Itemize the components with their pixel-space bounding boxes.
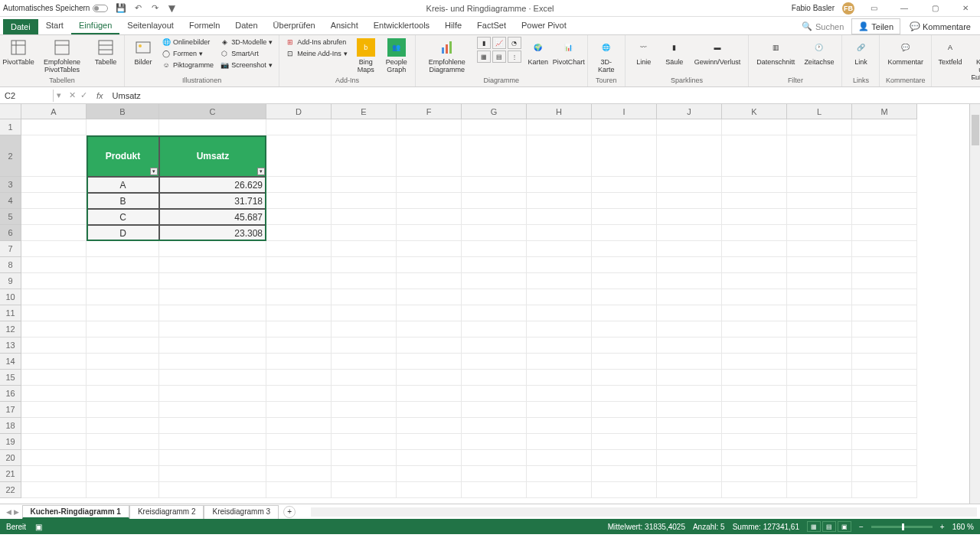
row-header-8[interactable]: 8 — [0, 257, 21, 273]
cell[interactable] — [852, 209, 917, 225]
tab-factset[interactable]: FactSet — [469, 18, 514, 34]
cell[interactable] — [852, 370, 917, 386]
recommended-pivot-button[interactable]: Empfohlene PivotTables — [35, 37, 89, 75]
row-header-21[interactable]: 21 — [0, 466, 21, 482]
cell[interactable] — [787, 386, 852, 402]
user-avatar[interactable]: FB — [842, 2, 854, 15]
cell[interactable] — [657, 482, 722, 498]
cell[interactable] — [266, 225, 332, 241]
cell[interactable] — [332, 466, 397, 482]
cell[interactable] — [266, 241, 332, 257]
cell[interactable] — [462, 225, 527, 241]
cell[interactable] — [787, 177, 852, 193]
cell[interactable] — [657, 370, 722, 386]
cell[interactable] — [159, 354, 266, 370]
cell[interactable] — [332, 418, 397, 434]
cell[interactable] — [787, 193, 852, 209]
cell[interactable] — [21, 434, 87, 450]
cell[interactable] — [527, 273, 592, 289]
cell[interactable] — [462, 337, 527, 354]
pictures-button[interactable]: Bilder — [129, 37, 157, 67]
cell[interactable] — [657, 354, 722, 370]
cell[interactable] — [722, 402, 787, 418]
shapes-button[interactable]: ◯Formen ▾ — [160, 48, 215, 59]
cell[interactable] — [21, 193, 87, 209]
cell[interactable] — [21, 402, 87, 418]
cell[interactable] — [852, 135, 917, 177]
cell[interactable] — [462, 119, 527, 135]
cell[interactable] — [592, 434, 657, 450]
cell[interactable] — [159, 273, 266, 289]
cell[interactable] — [21, 135, 87, 177]
cell[interactable] — [159, 289, 266, 305]
minimize-icon[interactable]: — — [893, 1, 916, 16]
cell[interactable] — [266, 177, 332, 193]
cell[interactable] — [852, 273, 917, 289]
cell[interactable] — [159, 402, 266, 418]
column-header-L[interactable]: L — [787, 104, 852, 119]
cell[interactable] — [332, 321, 397, 337]
cell[interactable] — [722, 257, 787, 273]
pivottable-button[interactable]: PivotTable — [5, 37, 32, 67]
table-header-product[interactable]: Produkt — [87, 135, 159, 177]
cell[interactable] — [266, 257, 332, 273]
table-cell-umsatz[interactable]: 31.718 — [159, 193, 266, 209]
cell[interactable] — [332, 241, 397, 257]
cell[interactable] — [852, 241, 917, 257]
recommended-charts-button[interactable]: Empfohlene Diagramme — [420, 37, 474, 75]
cell[interactable] — [787, 450, 852, 466]
cell[interactable] — [332, 209, 397, 225]
cell[interactable] — [787, 305, 852, 321]
cell[interactable] — [462, 450, 527, 466]
row-header-10[interactable]: 10 — [0, 289, 21, 305]
cell[interactable] — [527, 370, 592, 386]
formula-input[interactable]: Umsatz — [108, 90, 980, 102]
column-header-H[interactable]: H — [527, 104, 592, 119]
cell[interactable] — [397, 193, 462, 209]
cell[interactable] — [462, 386, 527, 402]
cell[interactable] — [722, 193, 787, 209]
normal-view-icon[interactable]: ▦ — [807, 521, 821, 532]
cell[interactable] — [266, 321, 332, 337]
cell[interactable] — [852, 321, 917, 337]
row-header-14[interactable]: 14 — [0, 354, 21, 370]
pie-chart-icon[interactable]: ◔ — [508, 37, 521, 49]
cell[interactable] — [332, 257, 397, 273]
cell[interactable] — [87, 466, 159, 482]
cell[interactable] — [266, 209, 332, 225]
tab-power pivot[interactable]: Power Pivot — [514, 18, 574, 34]
cell[interactable] — [266, 135, 332, 177]
column-header-K[interactable]: K — [722, 104, 787, 119]
zoom-level[interactable]: 160 % — [952, 523, 974, 531]
cell[interactable] — [462, 241, 527, 257]
cell[interactable] — [462, 402, 527, 418]
cell[interactable] — [657, 402, 722, 418]
cell[interactable] — [21, 354, 87, 370]
cell[interactable] — [21, 482, 87, 498]
sparkline-line-button[interactable]: 〰Linie — [630, 37, 658, 67]
header-footer-button[interactable]: ▤Kopf- und Fußzeile — [967, 37, 980, 83]
row-header-5[interactable]: 5 — [0, 209, 21, 225]
cell[interactable] — [787, 418, 852, 434]
cell[interactable] — [266, 466, 332, 482]
cell[interactable] — [397, 135, 462, 177]
cell[interactable] — [592, 193, 657, 209]
cell[interactable] — [527, 434, 592, 450]
hierarchy-chart-icon[interactable]: ▦ — [477, 51, 491, 63]
cell[interactable] — [527, 321, 592, 337]
cell[interactable] — [159, 450, 266, 466]
cell[interactable] — [527, 450, 592, 466]
cell[interactable] — [397, 273, 462, 289]
cell[interactable] — [852, 337, 917, 354]
collapse-ribbon-icon[interactable]: ⌃ — [971, 77, 977, 85]
cell[interactable] — [21, 241, 87, 257]
cell[interactable] — [592, 273, 657, 289]
cell[interactable] — [527, 482, 592, 498]
undo-icon[interactable]: ↶ — [132, 3, 143, 14]
cell[interactable] — [722, 450, 787, 466]
column-header-A[interactable]: A — [21, 104, 87, 119]
ribbon-display-icon[interactable]: ▭ — [862, 1, 885, 16]
zoom-slider[interactable] — [871, 526, 933, 528]
search-box[interactable]: 🔍 Suchen — [797, 20, 848, 33]
cell[interactable] — [21, 177, 87, 193]
